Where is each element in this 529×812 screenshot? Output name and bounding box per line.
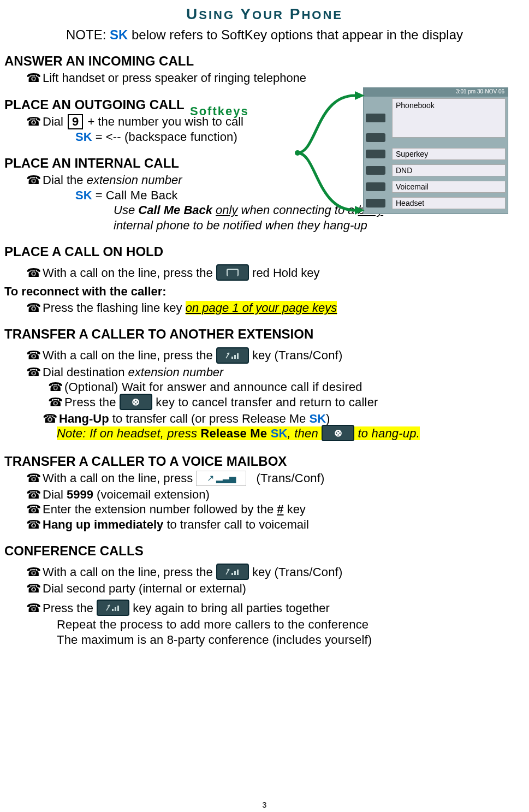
svg-rect-8 (237, 570, 239, 575)
page-title: USING YOUR PHONE (4, 4, 525, 23)
section-transfer-heading: TRANSFER A CALLER TO ANOTHER EXTENSION (4, 326, 525, 342)
trans-conf-outline-icon: ↗ ▂▃▅ (196, 471, 246, 486)
sk-abbrev: SK (110, 27, 128, 42)
svg-rect-9 (112, 609, 114, 611)
svg-rect-5 (237, 353, 239, 359)
svg-rect-7 (234, 571, 236, 575)
phone-time-bar: 3:01 pm 30-NOV-06 (363, 87, 508, 96)
svg-marker-1 (355, 206, 365, 215)
cancel-key-icon (120, 394, 152, 410)
phone-bullet-icon: ☎ (26, 173, 43, 188)
section-hold-heading: PLACE A CALL ON HOLD (4, 244, 525, 260)
svg-rect-11 (117, 606, 119, 611)
transfer-vm-step2: Dial 5999 (voicemail extension) (43, 487, 525, 502)
hold-reconnect-heading: To reconnect with the caller: (4, 284, 525, 299)
keypad-9: 9 (68, 114, 83, 129)
conference-step2: Dial second party (internal or external) (43, 581, 525, 596)
phone-bullet-icon: ☎ (26, 348, 43, 363)
transfer-step1: With a call on the line, press the key (… (43, 348, 525, 364)
softkey-label: Superkey (392, 148, 506, 160)
section-transfer-vm-heading: TRANSFER A CALLER TO A VOICE MAILBOX (4, 453, 525, 470)
transfer-step2: Dial destination extension number (43, 365, 525, 380)
softkey-label: Voicemail (392, 181, 506, 193)
trans-conf-key-icon (216, 347, 249, 364)
phone-bullet-icon: ☎ (26, 471, 43, 486)
phone-screen-callout: 3:01 pm 30-NOV-06 Phonebook Superkey DND… (363, 87, 508, 214)
transfer-vm-step3: Enter the extension number followed by t… (43, 502, 525, 517)
phone-bullet-icon: ☎ (26, 70, 43, 86)
svg-point-2 (295, 150, 300, 156)
note-line: NOTE: SK below refers to SoftKey options… (4, 27, 525, 43)
cancel-key-icon (322, 425, 354, 441)
phone-bullet-icon: ☎ (26, 565, 43, 580)
answer-step: Lift handset or press speaker of ringing… (43, 70, 525, 86)
svg-marker-0 (355, 91, 365, 100)
svg-rect-4 (234, 355, 236, 359)
transfer-step3: (Optional) Wait for answer and announce … (64, 380, 525, 395)
internal-tip2: internal phone to be notified when they … (114, 218, 525, 233)
svg-rect-6 (231, 573, 233, 575)
phone-bullet-icon: ☎ (26, 300, 43, 316)
hold-step1: With a call on the line, press the red H… (43, 265, 525, 282)
phone-bullet-icon: ☎ (26, 114, 43, 129)
section-answer-heading: ANSWER AN INCOMING CALL (4, 53, 525, 69)
transfer-note: Note: If on headset, press Release Me SK… (57, 426, 525, 442)
transfer-step5: Hang-Up to transfer call (or press Relea… (59, 411, 525, 426)
phone-bullet-icon: ☎ (26, 365, 43, 380)
brace-icon (289, 90, 377, 216)
phone-bullet-icon: ☎ (26, 517, 43, 532)
section-conference-heading: CONFERENCE CALLS (4, 543, 525, 559)
phone-bullet-icon: ☎ (26, 502, 43, 517)
conference-step3: Press the key again to bring all parties… (43, 601, 525, 617)
trans-conf-key-icon (216, 564, 249, 580)
transfer-step4: Press the key to cancel transfer and ret… (64, 395, 525, 411)
phone-bullet-icon: ☎ (48, 380, 64, 395)
phone-bullet-icon: ☎ (43, 411, 59, 426)
transfer-vm-step1: With a call on the line, press ↗ ▂▃▅ (Tr… (43, 471, 525, 487)
softkeys-annotation: Softkeys (190, 104, 249, 119)
conference-step1: With a call on the line, press the key (… (43, 565, 525, 581)
softkey-label: Headset (392, 197, 506, 209)
conference-note1: Repeat the process to add more callers t… (57, 617, 525, 632)
hold-key-icon (216, 264, 249, 281)
phone-bullet-icon: ☎ (26, 601, 43, 616)
transfer-vm-step4: Hang up immediately to transfer call to … (43, 517, 525, 532)
softkey-label: Phonebook (392, 98, 506, 138)
softkey-label: DND (392, 164, 506, 176)
trans-conf-key-icon (97, 600, 129, 616)
phone-bullet-icon: ☎ (26, 581, 43, 596)
svg-rect-3 (231, 357, 233, 359)
hold-step2: Press the flashing line key on page 1 of… (43, 300, 525, 316)
phone-bullet-icon: ☎ (26, 265, 43, 281)
page: USING YOUR PHONE NOTE: SK below refers t… (0, 0, 529, 812)
conference-note2: The maximum is an 8-party conference (in… (57, 632, 525, 648)
svg-rect-10 (115, 607, 116, 611)
page-number: 3 (0, 801, 529, 810)
phone-bullet-icon: ☎ (26, 487, 43, 502)
phone-bullet-icon: ☎ (48, 395, 64, 410)
